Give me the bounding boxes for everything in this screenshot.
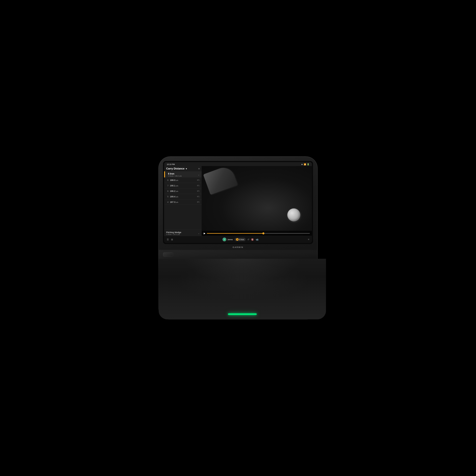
home-button[interactable]	[163, 253, 173, 257]
shot-row[interactable]: 7 190.1 yds ↺□	[164, 183, 202, 188]
shot-distance: 188.0 yds	[170, 179, 195, 181]
golf-ball-visual	[287, 208, 300, 221]
shot-distance: 186.2 yds	[170, 190, 195, 192]
club-head-visual	[203, 166, 238, 195]
club-meta-secondary: 3 Shots • 135.3 yds	[166, 234, 181, 235]
club-header-primary[interactable]: 6 Iron 5 Shots • 188.2 yds ⌄	[164, 171, 202, 177]
video-progress-dot	[262, 232, 264, 234]
shot-row[interactable]: 6 186.2 yds ↺□	[164, 188, 202, 194]
shot-number: 7	[166, 184, 169, 187]
shot-row[interactable]: 8 188.0 yds ↺□	[164, 177, 202, 183]
replay-icon: ↺□	[197, 185, 200, 187]
hamburger-menu-icon[interactable]: ☰	[167, 238, 169, 241]
shot-number: 6	[166, 190, 169, 192]
replay-toolbar-icon[interactable]: ↺	[247, 238, 249, 241]
club-meta-primary: 5 Shots • 188.2 yds	[168, 175, 182, 177]
carry-distance-label: Carry Distance	[166, 167, 185, 170]
shots-list: 8 188.0 yds ↺□ 7 190.1 yds	[164, 177, 202, 229]
status-bar: 10:10 PM ★ 📶 🔋	[164, 162, 312, 166]
chevron-down-icon: ⌄	[198, 173, 200, 176]
video-background	[202, 166, 312, 236]
club-name-primary: 6 Iron	[168, 172, 182, 175]
shot-replay-icons[interactable]: ↺□	[197, 195, 200, 198]
shot-number: 8	[166, 179, 169, 181]
panel-header: Carry Distance ▼ ≡	[164, 166, 202, 171]
user-avatar: J	[222, 238, 226, 241]
club-name-secondary: Pitching Wedge	[166, 231, 181, 234]
club-header-secondary[interactable]: Pitching Wedge 3 Shots • 135.3 yds ⌄	[164, 230, 202, 236]
toolbar-right: ≡	[308, 238, 309, 241]
wifi-icon: 📶	[304, 163, 306, 166]
replay-icon: ↺□	[197, 195, 200, 198]
bottom-tray	[159, 259, 326, 319]
shot-row[interactable]: 4 187.3 yds ↺□	[164, 199, 202, 205]
club-section-primary: 6 Iron 5 Shots • 188.2 yds ⌄ 8 188.0 yds	[164, 171, 202, 236]
club-badge[interactable]: 6 6 Iron	[235, 238, 245, 241]
chevron-down-icon-2: ⌄	[198, 232, 200, 234]
mute-icon[interactable]: 🔇	[251, 238, 254, 241]
right-panel: ▶	[202, 166, 312, 236]
video-controls: ▶	[202, 231, 312, 236]
settings-sliders-icon[interactable]: ≡	[308, 238, 309, 241]
video-progress-fill	[207, 233, 264, 234]
shot-row[interactable]: 5 189.4 yds ↺□	[164, 194, 202, 199]
bottom-toolbar: ☰ ⊞ J James 6 6 Iron ↺ 🔇	[164, 236, 312, 243]
battery-icon: 🔋	[307, 163, 309, 166]
shot-replay-icons[interactable]: ↺□	[197, 190, 200, 192]
tray-highlight	[184, 259, 301, 283]
filter-icon[interactable]: ≡	[198, 168, 200, 170]
toolbar-center: J James 6 6 Iron ↺ 🔇 📹	[222, 238, 258, 241]
status-icons: ★ 📶 🔋	[301, 163, 309, 166]
shot-replay-icons[interactable]: ↺□	[197, 201, 200, 203]
shot-replay-icons[interactable]: ↺□	[197, 179, 200, 181]
device-middle	[159, 250, 317, 259]
status-time: 10:10 PM	[167, 163, 175, 166]
content-area: Carry Distance ▼ ≡ 6 Iron 5 Sh	[164, 166, 312, 236]
carry-distance-button[interactable]: Carry Distance ▼	[166, 167, 187, 170]
video-area[interactable]: ▶	[202, 166, 312, 236]
club-section-secondary: Pitching Wedge 3 Shots • 135.3 yds ⌄	[164, 229, 202, 236]
selected-accent	[165, 171, 165, 177]
shot-number: 5	[166, 195, 169, 198]
garmin-device: 10:10 PM ★ 📶 🔋 Carry Distance	[159, 157, 317, 319]
replay-icon: ↺□	[197, 190, 200, 192]
user-info[interactable]: J James	[222, 238, 233, 241]
toolbar-left: ☰ ⊞	[167, 238, 173, 241]
video-off-icon[interactable]: 📹	[255, 238, 258, 241]
replay-icon: ↺□	[197, 201, 200, 203]
shot-distance: 187.3 yds	[170, 201, 195, 203]
layout-icon[interactable]: ⊞	[171, 238, 173, 241]
dropdown-arrow-icon: ▼	[185, 168, 187, 170]
device-wrapper: 10:10 PM ★ 📶 🔋 Carry Distance	[159, 157, 317, 319]
screen-bezel: 10:10 PM ★ 📶 🔋 Carry Distance	[163, 161, 313, 244]
shot-distance: 189.4 yds	[170, 195, 195, 198]
club-badge-text: 6 Iron	[239, 238, 244, 241]
shot-number: 4	[166, 201, 169, 203]
device-bottom	[159, 259, 326, 319]
left-panel: Carry Distance ▼ ≡ 6 Iron 5 Sh	[164, 166, 202, 236]
shot-distance: 190.1 yds	[170, 184, 195, 187]
replay-icon: ↺□	[197, 179, 200, 181]
video-progress-bar[interactable]	[207, 233, 310, 234]
bluetooth-icon: ★	[301, 163, 303, 166]
club-badge-number: 6	[236, 238, 238, 241]
play-button[interactable]: ▶	[204, 232, 205, 235]
screen: 10:10 PM ★ 📶 🔋 Carry Distance	[164, 162, 312, 243]
garmin-logo: GARMIN	[163, 245, 313, 250]
user-name-label: James	[227, 238, 233, 241]
shot-replay-icons[interactable]: ↺□	[197, 185, 200, 187]
